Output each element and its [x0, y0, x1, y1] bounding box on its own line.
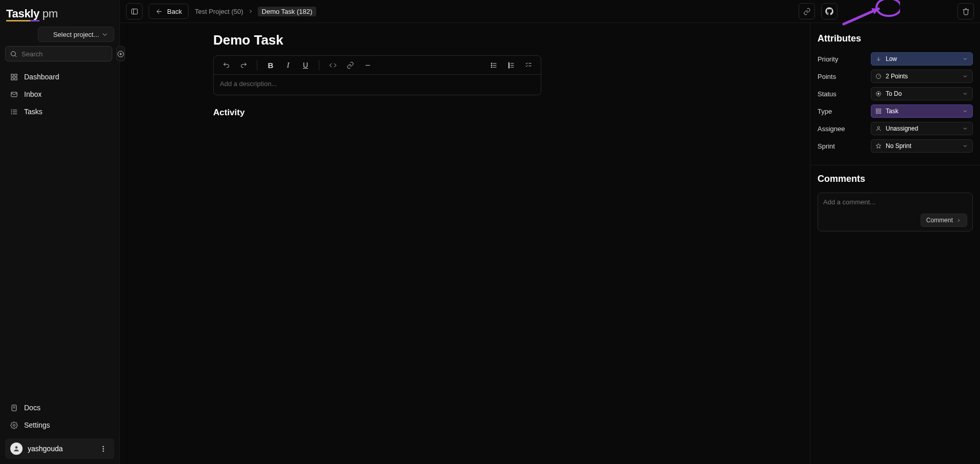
activity-heading: Activity — [213, 108, 541, 118]
panel-left-icon — [131, 8, 138, 15]
chevron-down-icon — [101, 31, 109, 38]
comments-heading: Comments — [818, 174, 973, 184]
logo-suffix: pm — [39, 7, 58, 20]
chevron-down-icon — [962, 91, 968, 97]
svg-rect-50 — [879, 109, 881, 111]
gauge-icon — [875, 73, 882, 79]
svg-rect-24 — [131, 9, 137, 14]
ordered-list-button[interactable]: 123 — [504, 58, 518, 72]
github-icon — [825, 7, 833, 15]
sprint-icon — [875, 143, 882, 149]
svg-point-22 — [103, 448, 104, 449]
trash-icon — [962, 8, 970, 15]
topbar: Back Test Project (50) Demo Task (182) — [120, 0, 980, 23]
svg-rect-49 — [876, 109, 879, 111]
project-selector[interactable]: Select project... — [38, 27, 114, 42]
chevron-down-icon — [962, 73, 968, 79]
underline-button[interactable]: U — [298, 58, 313, 72]
bold-button[interactable]: B — [263, 58, 278, 72]
svg-rect-7 — [11, 77, 13, 79]
nav-inbox[interactable]: Inbox — [5, 86, 114, 102]
code-button[interactable] — [325, 58, 340, 72]
svg-marker-54 — [876, 144, 881, 149]
svg-point-27 — [876, 0, 900, 16]
svg-point-19 — [13, 424, 15, 426]
svg-point-14 — [11, 111, 12, 112]
arrow-left-icon — [155, 8, 163, 15]
toggle-sidebar-button[interactable] — [126, 3, 142, 19]
priority-label: Priority — [818, 55, 871, 63]
svg-rect-8 — [15, 77, 17, 79]
nav-docs[interactable]: Docs — [5, 399, 114, 416]
type-select[interactable]: Task — [871, 104, 973, 118]
annotation-arrow — [844, 1, 880, 22]
comment-submit-button[interactable]: Comment — [921, 214, 967, 227]
task-title[interactable]: Demo Task — [213, 32, 541, 48]
svg-point-34 — [491, 65, 492, 66]
layout-icon — [875, 108, 882, 114]
dashboard-icon — [10, 73, 18, 81]
assignee-label: Assignee — [818, 125, 871, 133]
back-label: Back — [167, 8, 182, 15]
back-button[interactable]: Back — [149, 4, 189, 19]
search-input[interactable] — [22, 50, 108, 58]
gear-icon — [10, 421, 18, 429]
bullet-list-button[interactable] — [486, 58, 501, 72]
comment-box: Comment — [818, 193, 973, 231]
redo-button[interactable] — [236, 58, 251, 72]
checklist-button[interactable] — [521, 58, 536, 72]
undo-button[interactable] — [219, 58, 233, 72]
svg-point-53 — [877, 126, 880, 129]
chevron-down-icon — [962, 108, 968, 114]
svg-line-1 — [15, 55, 16, 57]
chevron-right-icon — [956, 218, 962, 223]
svg-point-20 — [15, 446, 18, 449]
assignee-select[interactable]: Unassigned — [871, 122, 973, 135]
description-input[interactable]: Add a description... — [213, 75, 541, 95]
nav-dashboard[interactable]: Dashboard — [5, 69, 114, 85]
more-vertical-icon[interactable] — [97, 443, 109, 455]
points-select[interactable]: 2 Points — [871, 70, 973, 83]
user-card[interactable]: yashgouda — [5, 438, 114, 459]
status-select[interactable]: To Do — [871, 87, 973, 100]
chevron-down-icon — [962, 56, 968, 62]
status-value: To Do — [886, 90, 902, 97]
tasks-icon — [10, 108, 18, 116]
svg-rect-5 — [11, 74, 13, 76]
attributes-heading: Attributes — [818, 33, 973, 44]
crumb-project[interactable]: Test Project (50) — [195, 8, 243, 15]
link-button[interactable] — [343, 58, 357, 72]
svg-point-23 — [103, 450, 104, 451]
editor-toolbar: B I U 123 — [213, 55, 541, 75]
sprint-select[interactable]: No Sprint — [871, 139, 973, 153]
sprint-label: Sprint — [818, 142, 871, 150]
primary-nav: Dashboard Inbox Tasks — [5, 69, 114, 120]
svg-point-35 — [491, 67, 492, 68]
mail-icon — [10, 91, 18, 98]
comment-input[interactable] — [823, 198, 967, 208]
delete-button[interactable] — [957, 3, 974, 19]
type-value: Task — [886, 108, 899, 115]
priority-select[interactable]: Low — [871, 52, 973, 66]
link-icon — [803, 8, 811, 15]
docs-icon — [10, 404, 18, 412]
hr-button[interactable] — [360, 58, 375, 72]
svg-line-46 — [879, 75, 880, 76]
svg-rect-52 — [879, 112, 881, 114]
right-panel: Attributes Priority Low Points 2 Points — [810, 23, 980, 464]
nav-tasks[interactable]: Tasks — [5, 103, 114, 120]
app-logo: Taskly pm — [6, 7, 114, 20]
user-name: yashgouda — [28, 445, 92, 453]
nav-settings[interactable]: Settings — [5, 417, 114, 433]
italic-button[interactable]: I — [281, 58, 295, 72]
svg-rect-6 — [15, 74, 17, 76]
copy-link-button[interactable] — [799, 3, 815, 19]
user-icon — [875, 125, 882, 132]
search-input-wrapper[interactable] — [5, 46, 112, 61]
arrow-down-icon — [875, 56, 882, 62]
svg-text:3: 3 — [508, 66, 509, 68]
search-icon — [10, 50, 17, 58]
description-placeholder: Add a description... — [220, 80, 277, 88]
type-label: Type — [818, 108, 871, 115]
nav-dashboard-label: Dashboard — [24, 73, 59, 81]
